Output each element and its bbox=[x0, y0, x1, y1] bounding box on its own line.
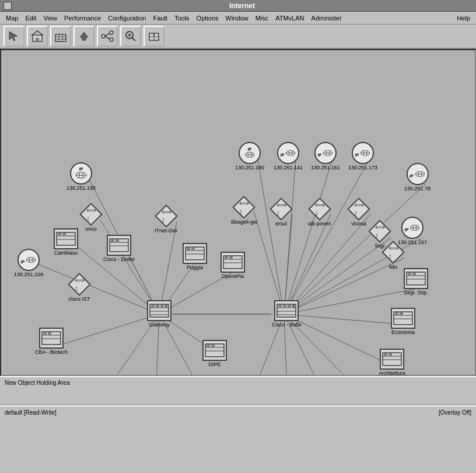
svg-rect-101 bbox=[187, 248, 190, 250]
node-label-cisco-dister: Cisco - Dister bbox=[103, 256, 135, 262]
select-tool-button[interactable] bbox=[4, 26, 24, 47]
svg-rect-122 bbox=[400, 312, 403, 315]
svg-rect-106 bbox=[225, 256, 228, 259]
svg-line-27 bbox=[37, 264, 159, 314]
svg-rect-127 bbox=[388, 353, 392, 356]
node-label-economia: Economia bbox=[391, 329, 415, 335]
svg-point-22 bbox=[153, 34, 155, 36]
node-130-251-180[interactable]: IP 130.251.180 bbox=[235, 142, 264, 171]
node-alb-poveri[interactable]: ⟺↕ alb-poveri bbox=[308, 198, 331, 227]
node-130-251-109[interactable]: IP 130.251.109 bbox=[14, 249, 43, 277]
node-vicosa[interactable]: ⟺↕ vicosa bbox=[348, 198, 370, 227]
svg-line-36 bbox=[257, 157, 284, 314]
node-label-onco: onco bbox=[85, 226, 97, 232]
svg-line-13 bbox=[105, 33, 110, 36]
svg-rect-92 bbox=[62, 233, 66, 235]
svg-point-12 bbox=[110, 38, 113, 41]
menu-map[interactable]: Map bbox=[2, 13, 22, 23]
menu-performance[interactable]: Performance bbox=[61, 13, 104, 23]
svg-rect-107 bbox=[229, 256, 233, 259]
node-label-cba-biotech: CBA - Biotech bbox=[35, 349, 68, 355]
menu-options[interactable]: Options bbox=[193, 13, 222, 23]
svg-rect-97 bbox=[116, 239, 119, 242]
svg-rect-96 bbox=[111, 239, 114, 242]
node-cisco-ist[interactable]: ⟺↕ cisco IST bbox=[68, 273, 90, 302]
menu-tools[interactable]: Tools bbox=[171, 13, 193, 23]
node-operapia[interactable]: OperaPia bbox=[220, 252, 245, 279]
svg-rect-77 bbox=[156, 305, 159, 307]
node-cisco-dister[interactable]: Cisco - Dister bbox=[103, 235, 135, 262]
network-map[interactable]: IP 130.251.195 IP 130.251. bbox=[0, 49, 476, 376]
svg-rect-4 bbox=[55, 34, 66, 41]
svg-line-45 bbox=[284, 214, 370, 314]
menu-misc[interactable]: Misc bbox=[252, 13, 272, 23]
menu-edit[interactable]: Edit bbox=[22, 13, 40, 23]
node-economia[interactable]: Economia bbox=[391, 308, 415, 335]
node-puggia[interactable]: Puggia bbox=[183, 243, 207, 270]
node-cisco-balbi[interactable]: Cisco - Balbi bbox=[272, 300, 302, 328]
menu-atmvlan[interactable]: ATMvLAN bbox=[272, 13, 307, 23]
svg-line-42 bbox=[254, 211, 284, 314]
node-ersul[interactable]: ⟺↕ ersul bbox=[270, 198, 292, 227]
window-icon[interactable]: □ bbox=[4, 2, 12, 10]
svg-rect-126 bbox=[384, 353, 387, 356]
svg-rect-117 bbox=[412, 273, 416, 275]
node-label-vicosa: vicosa bbox=[351, 221, 366, 227]
node-label-lidu: lidu bbox=[389, 264, 397, 270]
svg-rect-116 bbox=[408, 273, 411, 275]
svg-marker-0 bbox=[9, 32, 18, 41]
node-130-251-78[interactable]: IP 130.251.78 bbox=[404, 163, 430, 192]
node-label-130-251-109: 130.251.109 bbox=[14, 272, 43, 277]
toolbar bbox=[0, 25, 476, 49]
svg-point-11 bbox=[110, 31, 113, 34]
node-cba-biotech[interactable]: CBA - Biotech bbox=[35, 328, 68, 355]
node-dissgeli-gw[interactable]: ⟺↕ dissgeli-gw bbox=[231, 196, 257, 225]
node-130-251-173[interactable]: IP 130.251.173 bbox=[348, 142, 377, 171]
node-label-130-251-141: 130.251.141 bbox=[274, 165, 303, 171]
svg-rect-156 bbox=[43, 332, 47, 335]
node-label-puggia: Puggia bbox=[187, 265, 203, 270]
node-label-130-251-180: 130.251.180 bbox=[235, 165, 264, 171]
svg-rect-102 bbox=[191, 248, 195, 250]
node-label-itnet-gw: ITnet-GW bbox=[155, 228, 177, 234]
svg-rect-76 bbox=[151, 305, 155, 307]
menu-window[interactable]: Window bbox=[222, 13, 252, 23]
node-gateway[interactable]: Gateway bbox=[147, 300, 172, 328]
node-label-130-251-78: 130.251.78 bbox=[404, 186, 430, 192]
network-button[interactable] bbox=[50, 26, 71, 47]
node-130-251-161[interactable]: IP 130.251.161 bbox=[311, 142, 340, 171]
menu-view[interactable]: View bbox=[40, 13, 61, 23]
menu-help[interactable]: Help bbox=[453, 13, 474, 23]
node-architettura[interactable]: Architettura bbox=[379, 349, 405, 376]
holding-area-label: New Object Holding Area bbox=[5, 380, 471, 386]
node-label-dipe: DIPE bbox=[208, 361, 220, 367]
building-button[interactable] bbox=[27, 26, 48, 47]
node-onco[interactable]: ⟺↕ onco bbox=[80, 203, 102, 232]
node-itnet-gw[interactable]: ⟺↕ ITnet-GW bbox=[155, 205, 177, 234]
svg-line-37 bbox=[284, 157, 296, 314]
node-130-251-141[interactable]: IP 130.251.141 bbox=[274, 142, 303, 171]
node-lidu[interactable]: ⟺↕ lidu bbox=[382, 241, 404, 270]
menu-bar: Map Edit View Performance Configuration … bbox=[0, 12, 476, 25]
menu-fault[interactable]: Fault bbox=[149, 13, 170, 23]
svg-rect-111 bbox=[206, 345, 210, 347]
optiplex-button[interactable] bbox=[144, 26, 164, 47]
svg-rect-112 bbox=[211, 345, 215, 347]
node-cambiaso[interactable]: Cambiaso bbox=[54, 228, 78, 256]
status-left: default [Read-Write] bbox=[5, 409, 57, 416]
svg-marker-2 bbox=[32, 31, 43, 35]
node-dipe[interactable]: DIPE bbox=[202, 340, 227, 367]
node-130-251-195[interactable]: IP 130.251.195 bbox=[66, 162, 96, 191]
svg-line-39 bbox=[284, 157, 370, 314]
menu-administer[interactable]: Administer bbox=[308, 13, 345, 23]
zoom-button[interactable] bbox=[120, 26, 141, 47]
svg-marker-9 bbox=[80, 32, 88, 40]
node-label-segr-stip: Segr. Stip. bbox=[404, 290, 428, 295]
node-label-alb-poveri: alb-poveri bbox=[308, 221, 331, 227]
node-segr-stip[interactable]: Segr. Stip. bbox=[404, 268, 428, 295]
svg-rect-78 bbox=[160, 305, 164, 307]
branch-button[interactable] bbox=[97, 26, 118, 47]
menu-configuration[interactable]: Configuration bbox=[104, 13, 149, 23]
up-button[interactable] bbox=[74, 26, 94, 47]
node-label-operapia: OperaPia bbox=[222, 273, 244, 279]
